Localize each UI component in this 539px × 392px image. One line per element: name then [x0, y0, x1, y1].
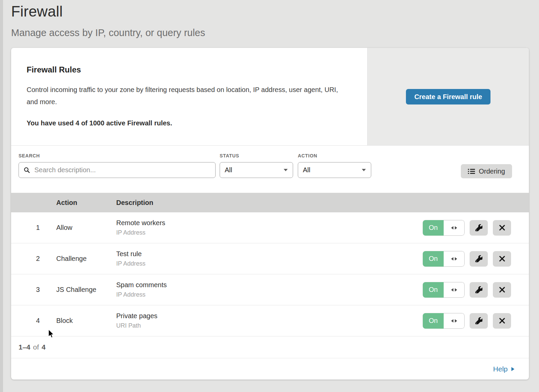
table-row: 4 Block Private pages URI Path On	[11, 305, 529, 336]
status-label: STATUS	[220, 153, 293, 158]
help-link[interactable]: Help	[493, 365, 515, 373]
rule-priority: 4	[11, 317, 56, 325]
column-header-description: Description	[116, 199, 423, 207]
rule-description: Test rule	[116, 250, 423, 258]
close-icon	[499, 255, 505, 262]
firewall-rules-card: Firewall Rules Control incoming traffic …	[11, 48, 529, 380]
status-selected-value: All	[225, 166, 232, 174]
rule-description-cell: Test rule IP Address	[116, 250, 423, 267]
table-row: 3 JS Challenge Spam comments IP Address …	[11, 274, 529, 305]
action-filter: ACTION All	[298, 153, 371, 193]
action-label: ACTION	[298, 153, 371, 158]
table-header: Action Description	[11, 193, 529, 212]
search-filter: SEARCH	[19, 153, 216, 193]
toggle-handle[interactable]	[444, 220, 465, 236]
rule-controls: On	[423, 282, 529, 298]
pagination-total: 4	[42, 343, 46, 351]
edit-rule-button[interactable]	[470, 313, 488, 329]
page-header: Firewall Manage access by IP, country, o…	[11, 0, 529, 39]
close-icon	[499, 224, 505, 231]
toggle-on-label[interactable]: On	[423, 313, 444, 329]
page-title: Firewall	[11, 3, 529, 20]
rule-action: Allow	[56, 224, 116, 232]
delete-rule-button[interactable]	[493, 282, 511, 298]
usage-summary: You have used 4 of 1000 active Firewall …	[27, 119, 347, 127]
toggle-handle[interactable]	[444, 282, 465, 298]
delete-rule-button[interactable]	[493, 251, 511, 267]
action-select[interactable]: All	[298, 162, 371, 178]
rule-description-cell: Remote workers IP Address	[116, 219, 423, 236]
rule-priority: 2	[11, 255, 56, 263]
search-input-shell	[19, 162, 216, 178]
rule-match-type: URI Path	[116, 322, 423, 329]
toggle-arrows-icon	[451, 257, 457, 261]
left-edge-strip	[0, 0, 3, 392]
wrench-icon	[475, 317, 482, 324]
rule-enabled-toggle[interactable]: On	[423, 220, 465, 236]
search-input[interactable]	[34, 166, 211, 174]
rule-enabled-toggle[interactable]: On	[423, 251, 465, 267]
toggle-handle[interactable]	[444, 313, 465, 329]
rule-match-type: IP Address	[116, 229, 423, 236]
card-heading: Firewall Rules	[27, 65, 347, 75]
table-row: 1 Allow Remote workers IP Address On	[11, 212, 529, 243]
toggle-on-label[interactable]: On	[423, 251, 444, 267]
create-firewall-rule-button[interactable]: Create a Firewall rule	[406, 89, 490, 104]
toggle-arrows-icon	[451, 319, 457, 323]
chevron-down-icon	[361, 169, 366, 172]
close-icon	[499, 287, 505, 293]
status-filter: STATUS All	[220, 153, 293, 193]
rule-controls: On	[423, 220, 529, 236]
chevron-down-icon	[283, 169, 288, 172]
intro-section: Firewall Rules Control incoming traffic …	[11, 48, 529, 146]
search-icon	[24, 167, 34, 174]
wrench-icon	[475, 255, 482, 262]
firewall-page: Firewall Manage access by IP, country, o…	[0, 0, 539, 380]
wrench-icon	[475, 224, 482, 231]
delete-rule-button[interactable]	[493, 313, 511, 329]
wrench-icon	[475, 286, 482, 293]
help-arrow-icon	[511, 367, 515, 371]
close-icon	[499, 318, 505, 324]
pagination-range: 1–4	[19, 343, 30, 351]
card-description: Control incoming traffic to your zone by…	[27, 84, 345, 108]
page-subtitle: Manage access by IP, country, or query r…	[11, 26, 529, 39]
ordering-button[interactable]: Ordering	[461, 164, 512, 178]
ordering-button-label: Ordering	[479, 168, 505, 175]
edit-rule-button[interactable]	[470, 251, 488, 267]
toggle-on-label[interactable]: On	[423, 220, 444, 236]
rule-action: Challenge	[56, 255, 116, 263]
rule-description: Remote workers	[116, 219, 423, 227]
toggle-arrows-icon	[451, 288, 457, 292]
pagination-of: of	[33, 343, 39, 351]
edit-rule-button[interactable]	[470, 220, 488, 236]
intro-action-panel: Create a Firewall rule	[367, 48, 529, 145]
rule-match-type: IP Address	[116, 260, 423, 267]
rule-action: Block	[56, 317, 116, 325]
delete-rule-button[interactable]	[493, 220, 511, 236]
rule-match-type: IP Address	[116, 291, 423, 298]
rule-description: Spam comments	[116, 281, 423, 289]
intro-text: Firewall Rules Control incoming traffic …	[11, 48, 367, 145]
rule-description: Private pages	[116, 312, 423, 320]
rule-priority: 1	[11, 224, 56, 232]
help-link-label: Help	[493, 365, 508, 373]
edit-rule-button[interactable]	[470, 282, 488, 298]
toggle-on-label[interactable]: On	[423, 282, 444, 298]
column-header-action: Action	[56, 199, 116, 207]
action-selected-value: All	[303, 166, 310, 174]
rule-controls: On	[423, 251, 529, 267]
rule-action: JS Challenge	[56, 286, 116, 294]
rule-enabled-toggle[interactable]: On	[423, 282, 465, 298]
card-footer: Help	[11, 358, 529, 380]
filters-bar: SEARCH STATUS All	[11, 146, 529, 193]
toggle-arrows-icon	[451, 226, 457, 230]
pagination-summary: 1–4 of 4	[11, 336, 529, 358]
rule-enabled-toggle[interactable]: On	[423, 313, 465, 329]
rule-priority: 3	[11, 286, 56, 294]
list-icon	[468, 169, 475, 174]
rules-table-body: 1 Allow Remote workers IP Address On	[11, 212, 529, 336]
status-select[interactable]: All	[220, 162, 293, 178]
table-row: 2 Challenge Test rule IP Address On	[11, 243, 529, 274]
toggle-handle[interactable]	[444, 251, 465, 267]
